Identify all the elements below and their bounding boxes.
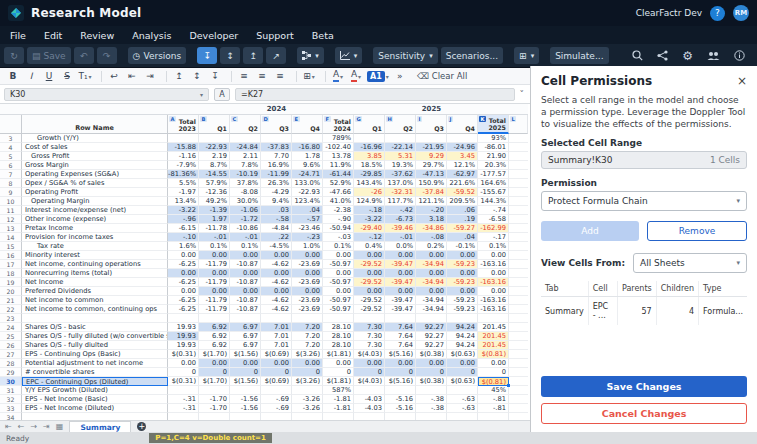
- grid-cell[interactable]: $(0.63): [447, 350, 478, 359]
- grid-cell[interactable]: -10.87: [230, 296, 261, 305]
- row-name-cell[interactable]: Growth (Y/Y): [22, 134, 168, 143]
- grid-cell[interactable]: 19.93: [168, 341, 199, 350]
- grid-cell[interactable]: -.90: [323, 215, 354, 224]
- grid-cell[interactable]: 11.9%: [323, 161, 354, 170]
- grid-cell[interactable]: 0.00: [385, 287, 416, 296]
- grid-cell[interactable]: -10.87: [230, 278, 261, 287]
- grid-cell[interactable]: 1.78: [292, 152, 323, 161]
- grid-cell[interactable]: -29.85: [354, 170, 385, 179]
- grid-cell[interactable]: [292, 386, 323, 395]
- column-header-C[interactable]: CQ2: [230, 115, 261, 134]
- row-name-cell[interactable]: EPC - Continuing Ops (Diluted): [22, 377, 168, 386]
- grid-cell[interactable]: -34.94: [416, 260, 447, 269]
- grid-cell[interactable]: 0.1%: [478, 242, 509, 251]
- grid-cell[interactable]: -34.86: [416, 224, 447, 233]
- grid-cell-l[interactable]: [509, 350, 528, 359]
- grid-cell[interactable]: -11.99: [261, 170, 292, 179]
- row-number[interactable]: 19: [0, 278, 22, 287]
- avatar[interactable]: RM: [733, 5, 749, 21]
- row-number[interactable]: 33: [0, 404, 22, 413]
- grid-cell[interactable]: 0.00: [447, 287, 478, 296]
- grid-cell[interactable]: 0.00: [168, 251, 199, 260]
- add-sheet-button[interactable]: +: [137, 422, 146, 431]
- grid-cell[interactable]: 49.2%: [199, 197, 230, 206]
- grid-cell[interactable]: [199, 413, 230, 420]
- grid-cell-l[interactable]: [509, 386, 528, 395]
- grid-cell[interactable]: 0: [385, 368, 416, 377]
- grid-cell[interactable]: -24.84: [230, 143, 261, 152]
- grid-cell[interactable]: 18.5%: [354, 161, 385, 170]
- undo-button[interactable]: ↶: [74, 47, 94, 64]
- grid-cell[interactable]: -26: [354, 188, 385, 197]
- menu-analysis[interactable]: Analysis: [132, 30, 171, 41]
- grid-cell[interactable]: -8.08: [230, 188, 261, 197]
- grid-cell[interactable]: $(4.03): [354, 377, 385, 386]
- grid-cell[interactable]: [323, 314, 354, 323]
- grid-cell[interactable]: -.23: [292, 233, 323, 242]
- grid-cell[interactable]: [385, 386, 416, 395]
- grid-cell[interactable]: [261, 314, 292, 323]
- grid-cell[interactable]: 6.92: [199, 323, 230, 332]
- clear-all-button[interactable]: ⌫Clear All: [417, 71, 468, 81]
- settings-gear-icon[interactable]: ⚙: [682, 49, 693, 63]
- grid-cell[interactable]: -10.86: [230, 224, 261, 233]
- grid-cell[interactable]: 6.92: [199, 341, 230, 350]
- grid-cell[interactable]: 9.6%: [292, 161, 323, 170]
- column-header-G[interactable]: GQ1: [354, 115, 385, 134]
- grid-cell[interactable]: 201.45: [478, 323, 509, 332]
- valign-top-icon[interactable]: ↥: [172, 69, 186, 83]
- row-number[interactable]: 12: [0, 215, 22, 224]
- grid-cell[interactable]: 0.00: [354, 269, 385, 278]
- add-button[interactable]: Add: [541, 221, 639, 241]
- grid-cell[interactable]: -4.62: [261, 305, 292, 314]
- grid-cell[interactable]: -1.70: [199, 404, 230, 413]
- grid-cell[interactable]: $(0.69): [261, 377, 292, 386]
- grid-cell[interactable]: 26.3%: [261, 179, 292, 188]
- column-header-F[interactable]: FTotal 2024: [323, 115, 354, 134]
- grid-cell[interactable]: 6.97: [230, 323, 261, 332]
- grid-cell[interactable]: -59.23: [447, 296, 478, 305]
- grid-cell[interactable]: 0.00: [416, 359, 447, 368]
- grid-cell-l[interactable]: [509, 404, 528, 413]
- row-number[interactable]: 24: [0, 323, 22, 332]
- grid-cell[interactable]: -23.46: [292, 224, 323, 233]
- grid-cell[interactable]: 94.24: [447, 341, 478, 350]
- grid-cell[interactable]: -3.26: [292, 404, 323, 413]
- grid-cell[interactable]: -1.81: [323, 395, 354, 404]
- grid-cell[interactable]: -1.39: [199, 206, 230, 215]
- grid-cell[interactable]: -29.52: [354, 305, 385, 314]
- grid-cell[interactable]: $(5.16): [385, 377, 416, 386]
- grid-cell[interactable]: -34.94: [416, 278, 447, 287]
- grid-cell[interactable]: -50.97: [323, 260, 354, 269]
- italic-button[interactable]: I: [24, 69, 38, 83]
- grid-cell[interactable]: 0.00: [230, 269, 261, 278]
- row-number[interactable]: 7: [0, 170, 22, 179]
- row-number[interactable]: 17: [0, 260, 22, 269]
- grid-cell[interactable]: -1.97: [168, 188, 199, 197]
- last-sheet-icon[interactable]: ⇥: [43, 422, 50, 431]
- grid-cell[interactable]: -.08: [416, 233, 447, 242]
- grid-cell[interactable]: -7.9%: [168, 161, 199, 170]
- grid-cell[interactable]: 0.00: [478, 251, 509, 260]
- grid-cell[interactable]: -61.44: [323, 170, 354, 179]
- grid-cell[interactable]: 7.20: [292, 341, 323, 350]
- grid-cell-l[interactable]: [509, 377, 528, 386]
- grid-cell-l[interactable]: [509, 143, 528, 152]
- grid-cell[interactable]: -155.67: [478, 188, 509, 197]
- grid-cell[interactable]: $(4.03): [354, 350, 385, 359]
- indent-increase-icon[interactable]: ⇥: [143, 69, 157, 83]
- grid-cell[interactable]: 3.85: [354, 152, 385, 161]
- menu-review[interactable]: Review: [80, 30, 114, 41]
- grid-cell[interactable]: $(1.56): [230, 350, 261, 359]
- users-icon[interactable]: [707, 51, 720, 61]
- grid-cell[interactable]: 124.9%: [354, 197, 385, 206]
- grid-cell[interactable]: -.03: [323, 233, 354, 242]
- grid-cell[interactable]: $(0.38): [416, 377, 447, 386]
- cancel-changes-button[interactable]: Cancel Changes: [541, 403, 747, 424]
- grid-cell[interactable]: 0.00: [447, 359, 478, 368]
- grid-cell[interactable]: 7.64: [385, 323, 416, 332]
- grid-cell[interactable]: -59.52: [447, 188, 478, 197]
- grid-cell[interactable]: 7.20: [292, 323, 323, 332]
- grid-cell[interactable]: 52.9%: [323, 179, 354, 188]
- grid-cell[interactable]: $(0.69): [261, 350, 292, 359]
